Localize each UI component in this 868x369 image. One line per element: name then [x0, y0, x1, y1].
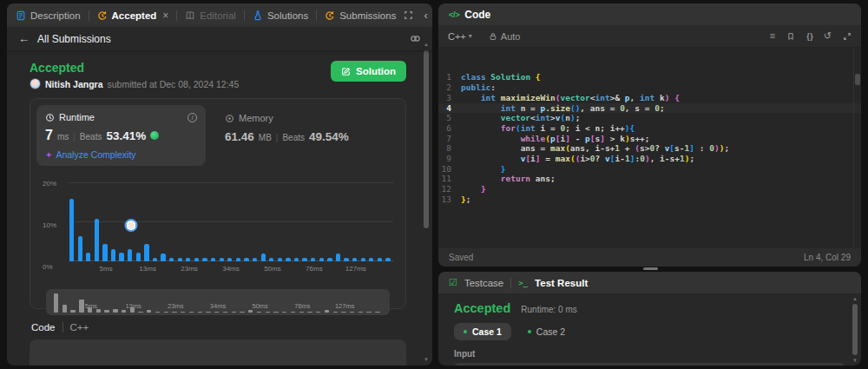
back-arrow-icon[interactable]: ←: [18, 32, 30, 45]
bar[interactable]: [369, 258, 373, 261]
runtime-bars: [69, 183, 393, 261]
bar[interactable]: [261, 254, 266, 261]
avatar: [30, 78, 41, 89]
bar[interactable]: [136, 253, 141, 261]
bar[interactable]: [194, 258, 199, 261]
chart-user-marker[interactable]: [124, 219, 137, 232]
bar[interactable]: [385, 258, 390, 261]
bar[interactable]: [269, 258, 273, 261]
code-line: 8 ans = max(ans, i-s+1 + (s>0? v[s-1] : …: [438, 143, 861, 154]
reset-code-icon[interactable]: ↺: [824, 31, 832, 41]
author-name[interactable]: Nitish Jangra: [45, 79, 103, 89]
bar[interactable]: [344, 258, 348, 261]
left-tabbar: Description Accepted × Editorial Solutio…: [7, 3, 432, 27]
tab-submissions[interactable]: Submissions: [325, 10, 396, 21]
case-1-tab[interactable]: Case 1: [454, 323, 511, 340]
bookmark-icon[interactable]: [786, 32, 795, 41]
bar[interactable]: [178, 258, 182, 261]
x-axis-tick-label: 127ms: [345, 265, 366, 273]
left-panel-scrollbar[interactable]: ▲ ▼: [422, 40, 431, 364]
share-link-icon[interactable]: [410, 33, 421, 44]
line-number: 7: [438, 134, 461, 144]
editor-lines: 1class Solution {2public:3 int maximizeW…: [438, 68, 861, 204]
tab-description[interactable]: Description: [16, 10, 81, 21]
bar[interactable]: [78, 236, 82, 261]
bar[interactable]: [278, 258, 282, 261]
scroll-up-icon[interactable]: ▲: [852, 296, 858, 301]
divider: [62, 322, 63, 333]
testcase-scrollbar[interactable]: ▲ ▼: [851, 295, 859, 364]
tab-test-result[interactable]: Test Result: [535, 278, 588, 288]
bar[interactable]: [69, 199, 74, 261]
bar[interactable]: [327, 258, 332, 261]
bar[interactable]: [153, 258, 157, 261]
chart-brush[interactable]: 5ms13ms23ms34ms50ms76ms127ms: [46, 289, 390, 315]
code-preview[interactable]: class Solution {public: int maximizeWin(…: [30, 339, 406, 366]
bar[interactable]: [144, 244, 148, 261]
bar[interactable]: [169, 258, 174, 261]
divider: |: [276, 133, 279, 142]
bar[interactable]: [95, 219, 99, 262]
brackets-icon[interactable]: { }: [806, 32, 812, 41]
line-number: 8: [438, 143, 461, 154]
code-line: 11 return ans;: [438, 174, 861, 184]
bar[interactable]: [352, 258, 357, 261]
runtime-stat[interactable]: Runtime i 7 ms | Beats 53.41%: [36, 105, 206, 166]
bar[interactable]: [319, 258, 324, 261]
tab-solutions[interactable]: Solutions: [253, 10, 308, 21]
tab-testcase[interactable]: Testcase: [464, 278, 503, 288]
auto-mode-toggle[interactable]: Auto: [489, 31, 521, 42]
scroll-down-icon[interactable]: ▼: [852, 358, 858, 363]
input-field[interactable]: [454, 363, 845, 366]
bar[interactable]: [302, 258, 306, 261]
analyze-complexity-link[interactable]: ✦ Analyze Complexity: [45, 149, 197, 160]
collapse-panel-icon[interactable]: ‹: [424, 10, 427, 21]
clock-icon: [45, 113, 55, 122]
code-editor[interactable]: 1class Solution {2public:3 int maximizeW…: [438, 48, 861, 248]
bar[interactable]: [119, 253, 123, 261]
panel-resize-handle[interactable]: [643, 267, 658, 270]
tab-accepted[interactable]: Accepted ×: [97, 10, 169, 22]
scrollbar-thumb[interactable]: [424, 50, 429, 228]
bar[interactable]: [286, 258, 290, 261]
language-selector-value: C++: [448, 31, 466, 42]
runtime-label: Runtime: [59, 112, 95, 122]
scrollbar-thumb[interactable]: [852, 304, 858, 355]
case-2-tab[interactable]: Case 2: [518, 323, 575, 340]
bar[interactable]: [311, 258, 315, 261]
fullscreen-icon[interactable]: [404, 10, 413, 20]
bar[interactable]: [294, 258, 299, 261]
bar[interactable]: [128, 249, 132, 261]
bar[interactable]: [336, 254, 340, 261]
bar[interactable]: [161, 254, 165, 261]
bar[interactable]: [227, 258, 232, 261]
editor-scrollbar-thumb[interactable]: [855, 74, 860, 85]
solution-button[interactable]: Solution: [331, 61, 406, 82]
bar[interactable]: [244, 258, 248, 261]
bar[interactable]: [202, 258, 207, 261]
bar[interactable]: [378, 258, 382, 261]
bar[interactable]: [111, 249, 115, 261]
runtime-unit: ms: [57, 132, 69, 142]
scroll-down-icon[interactable]: ▼: [424, 357, 429, 362]
lock-icon: [489, 32, 497, 41]
chart-plot-area: [69, 183, 393, 261]
bar[interactable]: [211, 258, 215, 261]
info-icon[interactable]: i: [187, 113, 197, 122]
line-number: 6: [438, 123, 461, 134]
language-selector[interactable]: C++ ▾: [448, 31, 472, 42]
format-code-icon[interactable]: ≡: [770, 31, 775, 41]
bar[interactable]: [102, 244, 107, 261]
close-icon[interactable]: ×: [162, 10, 168, 22]
bar[interactable]: [253, 258, 257, 261]
tab-editorial[interactable]: Editorial: [185, 10, 236, 21]
bar[interactable]: [220, 258, 224, 261]
bar[interactable]: [86, 253, 90, 261]
bar[interactable]: [236, 258, 240, 261]
memory-stat[interactable]: Memory 61.46 MB | Beats 49.54%: [206, 105, 349, 166]
bar[interactable]: [361, 258, 365, 261]
expand-editor-icon[interactable]: [843, 32, 852, 41]
bar[interactable]: [186, 258, 190, 261]
editor-panel: </> Code C++ ▾ Auto ≡ { } ↺ 1class Solut…: [438, 3, 861, 267]
tab-submissions-label: Submissions: [339, 10, 396, 21]
